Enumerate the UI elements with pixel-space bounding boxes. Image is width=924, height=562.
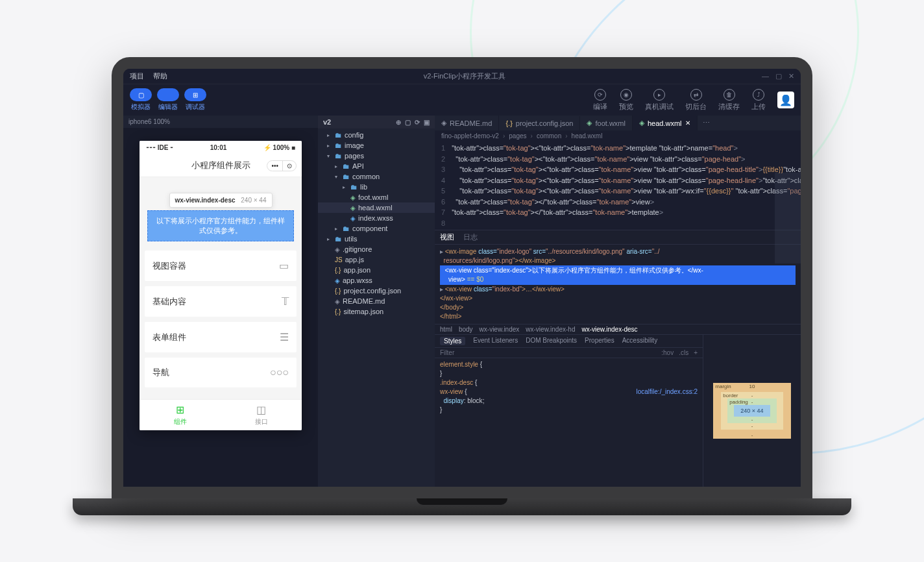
folder-icon: 🖿 [343,225,350,232]
highlighted-element[interactable]: 以下将展示小程序官方组件能力，组件样式仅供参考。 [147,210,294,241]
styles-tab[interactable]: Properties [585,337,614,345]
tree-item[interactable]: ▸🖿utils [318,234,435,244]
collapse-icon[interactable]: ▣ [424,119,430,126]
maximize-icon[interactable]: ▢ [775,72,782,80]
editor-tab[interactable]: {.}project.config.json [499,116,580,130]
editor-tab[interactable]: ◈foot.wxml [580,116,632,130]
tree-item[interactable]: ▸🖿component [318,223,435,234]
minimap[interactable] [775,173,801,263]
main-area: iphone6 100% ⁃⁃⁃ IDE ⁃ 10:01 ⚡ 100% ■ 小程… [123,116,801,487]
menu-row-icon: ▭ [279,260,289,272]
tree-item[interactable]: {.}project.config.json [318,286,435,296]
tree-item[interactable]: {.}sitemap.json [318,306,435,317]
dom-selected-node[interactable]: <wx-view class="index-desc">以下将展示小程序官方组件… [440,265,796,285]
cls-toggle[interactable]: .cls [679,349,688,356]
tree-item-name: sitemap.json [343,308,383,315]
tree-item-name: README.md [343,297,385,305]
dom-crumb[interactable]: wx-view.index-desc [581,326,637,333]
toolbar-action-上传[interactable]: ⤴上传 [751,89,766,112]
add-rule-icon[interactable]: + [694,349,698,356]
toolbar-action-切后台[interactable]: ⇄切后台 [685,89,707,112]
new-file-icon[interactable]: ⊕ [396,119,401,126]
file-icon: {.} [505,119,512,127]
phone-tab[interactable]: ◫接口 [221,400,302,430]
file-icon: ◈ [587,119,592,127]
tree-item[interactable]: ◈.gitignore [318,244,435,254]
toolbar-action-真机调试[interactable]: ▸真机调试 [645,89,674,112]
folder-icon: 🖿 [335,235,342,243]
editor-tab-label: project.config.json [516,119,574,127]
hov-toggle[interactable]: :hov [661,349,674,356]
tree-item[interactable]: JSapp.js [318,254,435,265]
styles-tab[interactable]: Accessibility [622,337,657,345]
devtools-tab-log[interactable]: 日志 [463,232,478,242]
bm-border-label: border [723,393,738,398]
mode-button[interactable]: ▢ [130,88,152,101]
mode-button[interactable]: ⊞ [184,88,206,101]
mode-button[interactable] [157,88,179,101]
tree-item[interactable]: ◈head.wxml [318,202,435,213]
tab-overflow-icon[interactable]: ⋯ [698,116,715,130]
toolbar-action-编译[interactable]: ⟳编译 [593,89,607,112]
mode-label: 编辑器 [158,103,178,112]
toolbar-action-label: 编译 [593,102,607,112]
tree-item-name: head.wxml [358,204,393,212]
dom-crumb[interactable]: html [440,326,452,333]
bm-margin-top: 10 [749,384,755,389]
menu-row[interactable]: 表单组件☰ [145,322,297,352]
tree-item[interactable]: ▸🖿lib [318,182,435,192]
styles-tab[interactable]: Styles [440,337,465,345]
editor-tab[interactable]: ◈README.md [435,116,499,130]
tree-item[interactable]: ◈README.md [318,296,435,306]
phone-tab[interactable]: ⊞组件 [140,400,221,430]
breadcrumb-segment[interactable]: fino-applet-demo-v2 [441,132,499,140]
tree-item[interactable]: ▾🖿common [318,171,435,182]
phone-capsule[interactable]: •••⊙ [267,160,297,171]
tree-item[interactable]: ◈index.wxss [318,213,435,223]
tree-item[interactable]: ▸🖿API [318,161,435,171]
minimize-icon[interactable]: — [762,72,769,80]
toolbar-action-清缓存[interactable]: 🗑清缓存 [718,89,740,112]
devtools-tab-view[interactable]: 视图 [440,232,454,242]
dom-tree[interactable]: ▸ <wx-image class="index-logo" src="../r… [435,245,801,324]
menu-help[interactable]: 帮助 [153,71,167,81]
capsule-more-icon[interactable]: ••• [267,161,283,171]
breadcrumb-segment[interactable]: head.wxml [572,132,603,140]
simulator-device-label: iphone6 100% [123,116,318,128]
dom-crumb[interactable]: wx-view.index-hd [526,326,575,333]
styles-tab[interactable]: DOM Breakpoints [526,337,577,345]
toolbar-action-icon: ▸ [653,89,665,101]
avatar[interactable]: 👤 [777,92,794,108]
explorer-header[interactable]: v2 ⊕ ▢ ⟳ ▣ [318,116,435,128]
styles-tab[interactable]: Event Listeners [473,337,518,345]
menu-row[interactable]: 导航○○○ [145,358,297,387]
editor-tab[interactable]: ◈head.wxml✕ [633,116,698,130]
menu-row[interactable]: 视图容器▭ [145,250,297,281]
code-editor[interactable]: 12345678 "tok-attr">class="tok-tag"><"to… [435,141,801,230]
laptop-camera [460,62,464,66]
close-icon[interactable]: ✕ [685,119,690,127]
close-icon[interactable]: ✕ [788,72,794,80]
styles-filter-input[interactable]: Filter [440,349,454,356]
menu-project[interactable]: 项目 [130,71,144,81]
styles-body[interactable]: element.style {}.index-desc {</span></di… [435,358,703,417]
tree-item[interactable]: ▸🖿image [318,140,435,151]
dom-crumb[interactable]: wx-view.index [480,326,520,333]
tree-item[interactable]: ▸🖿config [318,130,435,140]
tree-item-name: .gitignore [343,245,372,253]
breadcrumb-segment[interactable]: common [537,132,561,140]
tree-item[interactable]: {.}app.json [318,265,435,275]
tree-item[interactable]: ◈app.wxss [318,275,435,286]
new-folder-icon[interactable]: ▢ [405,119,411,126]
tree-item[interactable]: ▾🖿pages [318,151,435,161]
capsule-close-icon[interactable]: ⊙ [283,161,296,171]
tooltip-size: 240 × 44 [241,197,266,204]
toolbar-action-预览[interactable]: ◉预览 [619,89,633,112]
dom-breadcrumb[interactable]: htmlbodywx-view.indexwx-view.index-hdwx-… [435,324,801,335]
dom-crumb[interactable]: body [459,326,473,333]
menu-row[interactable]: 基础内容𝕋 [145,286,297,317]
breadcrumb[interactable]: fino-applet-demo-v2›pages›common›head.wx… [435,130,801,141]
tree-item[interactable]: ◈foot.wxml [318,192,435,202]
breadcrumb-segment[interactable]: pages [509,132,526,140]
refresh-icon[interactable]: ⟳ [415,119,420,126]
